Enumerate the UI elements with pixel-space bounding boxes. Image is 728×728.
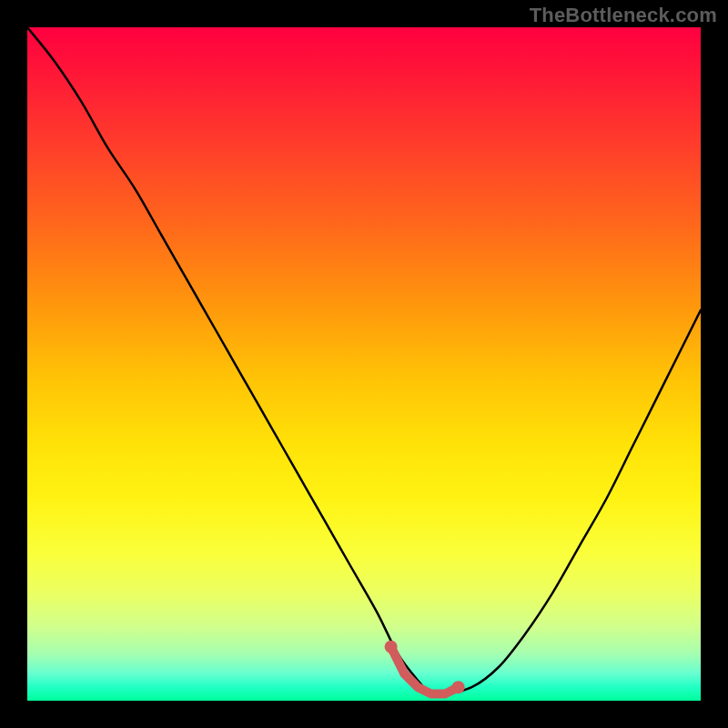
optimal-range-line	[391, 647, 459, 694]
optimal-range-endpoint	[452, 681, 465, 693]
optimal-range-markers	[385, 641, 465, 694]
plot-area	[27, 27, 701, 701]
curve-svg	[27, 27, 701, 701]
chart-frame: TheBottleneck.com	[0, 0, 728, 728]
watermark-text: TheBottleneck.com	[530, 4, 717, 27]
optimal-range-endpoint	[385, 641, 398, 653]
bottleneck-curve	[27, 27, 701, 695]
